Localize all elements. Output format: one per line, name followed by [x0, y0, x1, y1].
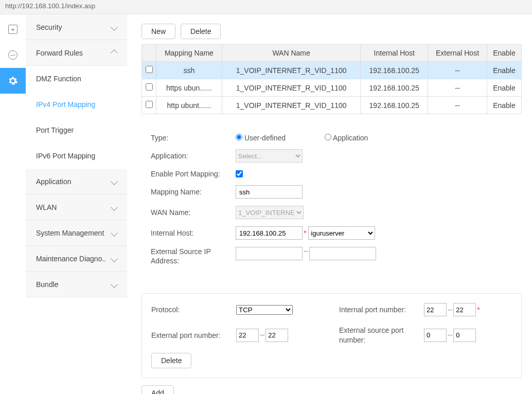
rail-item-forward[interactable]: [0, 42, 26, 68]
mapping-form: Type: User-defined Application Applicati…: [141, 126, 522, 281]
label: System Management: [36, 229, 104, 237]
sidebar-item-maintenance[interactable]: Maintenance Diagno..: [26, 246, 127, 272]
required-icon: *: [477, 306, 480, 314]
port-panel: Protocol: TCP Internal port number: --* …: [141, 293, 522, 378]
add-button[interactable]: Add: [141, 385, 174, 394]
wan-name-select: 1_VOIP_INTERNE: [236, 206, 304, 219]
chevron-down-icon: [111, 23, 118, 30]
label: Application: [36, 177, 72, 186]
cell: 192.168.100.25: [361, 97, 428, 114]
wan-name-label: WAN Name:: [151, 208, 236, 217]
new-button[interactable]: New: [141, 24, 175, 39]
application-label: Application:: [151, 152, 236, 160]
protocol-select[interactable]: TCP: [236, 305, 293, 315]
ext-src-ip-label: External Source IP Address:: [151, 247, 236, 265]
plus-box-icon: +: [8, 25, 17, 34]
radio-application[interactable]: [325, 134, 331, 140]
rail-item-settings[interactable]: [0, 68, 26, 94]
sidebar-item-wlan[interactable]: WLAN: [26, 194, 127, 220]
col-external-host: External Host: [428, 45, 487, 62]
cell: 1_VOIP_INTERNET_R_VID_1100: [222, 97, 361, 114]
sidebar-item-system-management[interactable]: System Management: [26, 220, 127, 246]
internal-port-b[interactable]: [453, 303, 476, 316]
icon-rail: +: [0, 14, 26, 394]
row-check[interactable]: [146, 83, 153, 91]
label: Maintenance Diagno..: [36, 255, 106, 263]
cell: 192.168.100.25: [361, 79, 428, 97]
chevron-down-icon: [111, 177, 118, 185]
external-port-b[interactable]: [265, 329, 288, 342]
col-mapping-name: Mapping Name: [156, 45, 222, 62]
application-select: Select...: [236, 149, 303, 163]
sidebar-label: Forward Rules: [36, 49, 83, 57]
protocol-label: Protocol:: [151, 306, 236, 314]
sidebar-item-application[interactable]: Application: [26, 169, 127, 194]
internal-port-label: Internal port number:: [339, 306, 424, 314]
cell: https ubun......: [156, 79, 222, 97]
enable-checkbox[interactable]: [236, 170, 243, 177]
label: IPv6 Port Mapping: [36, 152, 95, 160]
rail-item-security[interactable]: +: [0, 16, 26, 42]
range-sep: --: [303, 247, 309, 255]
cell: ssh: [156, 62, 222, 79]
internal-host-device-select[interactable]: iguruserver: [308, 226, 375, 240]
url-text: http://192.168.100.1/index.asp: [5, 2, 95, 10]
cell: --: [428, 62, 487, 79]
sidebar-sub-ipv6-port-mapping[interactable]: IPv6 Port Mapping: [26, 143, 127, 169]
chevron-down-icon: [111, 229, 118, 236]
cell: 192.168.100.25: [361, 62, 428, 79]
cell: 1_VOIP_INTERNET_R_VID_1100: [222, 62, 361, 79]
sidebar-item-bundle[interactable]: Bundle: [26, 272, 127, 297]
cell: Enable: [487, 79, 521, 97]
cell: --: [428, 97, 487, 114]
internal-host-input[interactable]: [236, 226, 303, 240]
label: WLAN: [36, 203, 57, 211]
radio-user-defined[interactable]: [236, 134, 242, 140]
label: IPv4 Port Mapping: [36, 100, 95, 109]
delete-button[interactable]: Delete: [181, 24, 221, 39]
internal-host-label: Internal Host:: [151, 229, 236, 237]
col-internal-host: Internal Host: [361, 45, 428, 62]
label: DMZ Function: [36, 75, 81, 83]
enable-label: Enable Port Mapping:: [151, 170, 236, 178]
pulse-icon: [8, 50, 17, 60]
sidebar-item-security[interactable]: Security: [26, 14, 127, 40]
sidebar-label: Security: [36, 23, 62, 31]
chevron-up-icon: [111, 49, 118, 56]
ext-src-port-a[interactable]: [424, 329, 447, 342]
sidebar-sub-port-trigger[interactable]: Port Trigger: [26, 117, 127, 143]
chevron-down-icon: [111, 203, 118, 210]
gear-icon: [8, 76, 18, 86]
mapping-name-input[interactable]: [236, 185, 303, 199]
mappings-table: Mapping Name WAN Name Internal Host Exte…: [141, 44, 522, 114]
internal-port-a[interactable]: [424, 303, 447, 316]
sidebar-sub-dmz[interactable]: DMZ Function: [26, 66, 127, 92]
ext-src-port-b[interactable]: [453, 329, 476, 342]
external-port-label: External port number:: [151, 331, 236, 339]
chevron-down-icon: [111, 280, 118, 288]
table-row[interactable]: https ubun...... 1_VOIP_INTERNET_R_VID_1…: [142, 79, 522, 97]
cell: http ubunt......: [156, 97, 222, 114]
sidebar: Security Forward Rules DMZ Function IPv4…: [26, 14, 127, 394]
sidebar-sub-ipv4-port-mapping[interactable]: IPv4 Port Mapping: [26, 92, 127, 117]
cell: --: [428, 79, 487, 97]
table-row[interactable]: http ubunt...... 1_VOIP_INTERNET_R_VID_1…: [142, 97, 522, 114]
sidebar-item-forward-rules[interactable]: Forward Rules: [26, 40, 127, 66]
row-check[interactable]: [146, 101, 153, 108]
label: Port Trigger: [36, 126, 74, 134]
type-application[interactable]: Application: [325, 134, 410, 142]
ext-src-port-label: External source port number:: [339, 326, 424, 344]
external-port-a[interactable]: [236, 329, 259, 342]
address-bar: http://192.168.100.1/index.asp: [0, 0, 532, 14]
table-row[interactable]: ssh 1_VOIP_INTERNET_R_VID_1100 192.168.1…: [142, 62, 522, 79]
row-check[interactable]: [146, 66, 153, 73]
label: Bundle: [36, 280, 59, 289]
type-user-defined[interactable]: User-defined: [236, 134, 321, 142]
type-label: Type:: [151, 134, 236, 142]
ext-src-ip-b[interactable]: [309, 247, 376, 260]
ext-src-ip-a[interactable]: [236, 247, 303, 260]
cell: 1_VOIP_INTERNET_R_VID_1100: [222, 79, 361, 97]
delete-port-button[interactable]: Delete: [151, 353, 191, 368]
required-icon: *: [304, 229, 306, 237]
cell: Enable: [487, 97, 521, 114]
